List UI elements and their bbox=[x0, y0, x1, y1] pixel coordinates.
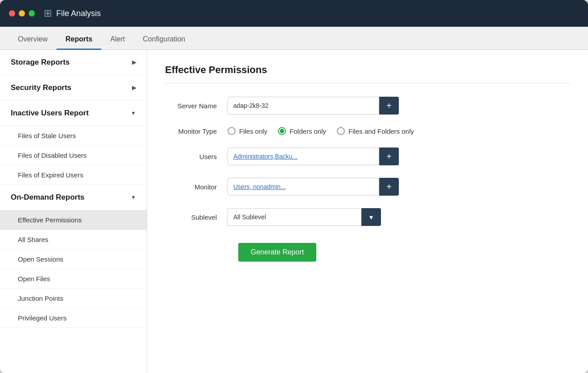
sublevel-dropdown-button[interactable]: ▾ bbox=[361, 208, 381, 226]
maximize-button[interactable] bbox=[29, 10, 35, 16]
on-demand-arrow: ▼ bbox=[131, 194, 136, 201]
sidebar-section-security-reports[interactable]: Security Reports ▶ bbox=[0, 75, 147, 101]
sidebar-item-open-files[interactable]: Open Files bbox=[0, 269, 147, 289]
sidebar-section-storage-reports-label: Storage Reports bbox=[11, 58, 70, 67]
app-title: File Analysis bbox=[56, 9, 101, 18]
minimize-button[interactable] bbox=[19, 10, 25, 16]
sidebar-item-files-of-expired-users[interactable]: Files of Expired Users bbox=[0, 165, 147, 185]
radio-files-only-label: Files only bbox=[239, 127, 267, 135]
content-area: Effective Permissions Server Name + Moni… bbox=[147, 50, 588, 373]
radio-files-and-folders-label: Files and Folders only bbox=[348, 127, 414, 135]
sublevel-row: Sublevel All Sublevel ▾ bbox=[165, 208, 570, 226]
radio-files-only-circle bbox=[228, 127, 236, 135]
sidebar-item-open-sessions[interactable]: Open Sessions bbox=[0, 250, 147, 269]
sublevel-label: Sublevel bbox=[165, 213, 228, 221]
storage-reports-arrow: ▶ bbox=[132, 59, 136, 66]
close-button[interactable] bbox=[9, 10, 15, 16]
generate-report-button[interactable]: Generate Report bbox=[238, 243, 316, 262]
monitor-type-label: Monitor Type bbox=[165, 127, 228, 135]
monitor-type-radio-group: Files only Folders only Files and Folder… bbox=[228, 127, 414, 135]
sidebar-item-junction-points[interactable]: Junction Points bbox=[0, 289, 147, 308]
sublevel-select-group: All Sublevel ▾ bbox=[228, 208, 381, 226]
monitor-input-group: Users, nonadmin... + bbox=[228, 178, 399, 196]
server-name-input-group: + bbox=[228, 97, 399, 115]
page-title: Effective Permissions bbox=[165, 64, 570, 83]
security-reports-arrow: ▶ bbox=[132, 85, 136, 91]
tabbar: Overview Reports Alert Configuration bbox=[0, 27, 588, 50]
server-name-row: Server Name + bbox=[165, 97, 570, 115]
sidebar-item-files-of-stale-users[interactable]: Files of Stale Users bbox=[0, 126, 147, 146]
sidebar-item-privileged-users[interactable]: Privileged Users bbox=[0, 308, 147, 328]
sidebar-item-files-of-disabled-users[interactable]: Files of Disabled Users bbox=[0, 146, 147, 165]
sidebar-item-effective-permissions[interactable]: Effective Permissions bbox=[0, 210, 147, 230]
radio-folders-only-circle bbox=[278, 127, 286, 135]
users-label: Users bbox=[165, 153, 228, 160]
radio-folders-only[interactable]: Folders only bbox=[278, 127, 326, 135]
radio-files-and-folders[interactable]: Files and Folders only bbox=[337, 127, 414, 135]
inactive-users-arrow: ▼ bbox=[131, 110, 136, 116]
monitor-row: Monitor Users, nonadmin... + bbox=[165, 178, 570, 196]
app-window: ⊞ File Analysis Overview Reports Alert C… bbox=[0, 0, 588, 373]
sidebar-section-storage-reports[interactable]: Storage Reports ▶ bbox=[0, 50, 147, 75]
app-icon: ⊞ bbox=[44, 8, 52, 19]
tab-overview[interactable]: Overview bbox=[9, 30, 57, 50]
traffic-lights bbox=[9, 10, 35, 16]
monitor-type-row: Monitor Type Files only Folders only Fil… bbox=[165, 127, 570, 135]
tab-reports[interactable]: Reports bbox=[57, 30, 101, 50]
server-name-label: Server Name bbox=[165, 102, 228, 110]
sidebar-section-security-reports-label: Security Reports bbox=[11, 83, 71, 92]
sidebar-section-inactive-users[interactable]: Inactive Users Report ▼ bbox=[0, 101, 147, 126]
sidebar-item-all-shares[interactable]: All Shares bbox=[0, 230, 147, 250]
server-name-input[interactable] bbox=[228, 97, 379, 115]
sublevel-display: All Sublevel bbox=[228, 208, 361, 226]
users-input-group: Administrators,Backu... + bbox=[228, 148, 399, 165]
sidebar-section-on-demand[interactable]: On-Demand Reports ▼ bbox=[0, 185, 147, 210]
titlebar: ⊞ File Analysis bbox=[0, 0, 588, 27]
monitor-add-button[interactable]: + bbox=[379, 178, 399, 196]
monitor-label: Monitor bbox=[165, 183, 228, 191]
sidebar-section-on-demand-label: On-Demand Reports bbox=[11, 193, 84, 202]
users-add-button[interactable]: + bbox=[379, 148, 399, 165]
monitor-input[interactable]: Users, nonadmin... bbox=[228, 178, 379, 196]
users-row: Users Administrators,Backu... + bbox=[165, 148, 570, 165]
radio-files-only[interactable]: Files only bbox=[228, 127, 267, 135]
sidebar: Storage Reports ▶ Security Reports ▶ Ina… bbox=[0, 50, 147, 373]
radio-files-and-folders-circle bbox=[337, 127, 345, 135]
server-name-add-button[interactable]: + bbox=[379, 97, 399, 115]
users-input[interactable]: Administrators,Backu... bbox=[228, 148, 379, 165]
sidebar-section-inactive-users-label: Inactive Users Report bbox=[11, 109, 89, 118]
tab-configuration[interactable]: Configuration bbox=[134, 30, 194, 50]
radio-folders-only-label: Folders only bbox=[290, 127, 326, 135]
main-content: Storage Reports ▶ Security Reports ▶ Ina… bbox=[0, 50, 588, 373]
tab-alert[interactable]: Alert bbox=[101, 30, 134, 50]
